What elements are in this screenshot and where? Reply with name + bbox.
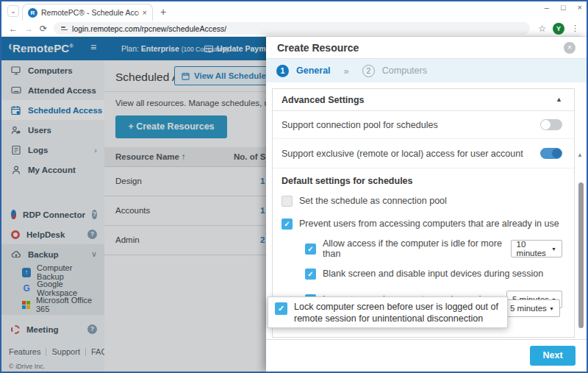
dropdown-caret-icon: ▼ [551, 246, 556, 252]
tab-title: RemotePC® - Schedule Access [41, 8, 139, 17]
checkbox-checked[interactable]: ✓ [275, 302, 287, 315]
modal-backdrop [1, 37, 266, 372]
back-icon[interactable]: ← [9, 24, 18, 34]
step-2-badge: 2 [362, 65, 375, 77]
browser-window: ⌄ R RemotePC® - Schedule Access × + – □ … [0, 0, 588, 373]
close-window-button[interactable]: × [578, 3, 582, 12]
toggle-on[interactable] [540, 148, 562, 159]
toggle-off[interactable] [540, 119, 562, 130]
tab-strip: ⌄ R RemotePC® - Schedule Access × + – □ … [1, 1, 587, 21]
tab-close-icon[interactable]: × [143, 8, 147, 17]
step-1-label[interactable]: General [296, 65, 331, 76]
panel-title: Create Resource [277, 42, 359, 54]
collapse-arrow-icon[interactable]: ▲ [556, 96, 562, 103]
advanced-settings-header[interactable]: Advanced Settings ▲ [273, 89, 574, 111]
step-separator-icon: » [344, 65, 349, 77]
cb-row-prevent-access: ✓ Prevent users from accessing computers… [282, 216, 562, 232]
new-tab-button[interactable]: + [160, 6, 166, 18]
scrollbar-thumb[interactable] [578, 182, 584, 328]
panel-footer: Next [266, 339, 587, 372]
tab-search-icon[interactable]: ⌄ [7, 5, 19, 17]
minimize-button[interactable]: – [545, 3, 549, 12]
lock-minutes-dropdown[interactable]: 5 minutes ▼ [504, 299, 560, 317]
step-indicator: 1 General » 2 Computers [266, 59, 587, 82]
browser-menu-icon[interactable]: ⋮ [571, 24, 579, 33]
cb-row-connection-pool: Set the schedule as connection pool [282, 193, 562, 209]
defaults-heading: Default settings for schedules [282, 176, 565, 186]
maximize-button[interactable]: □ [561, 3, 566, 12]
checkbox-unchecked[interactable] [282, 196, 293, 207]
cb-row-idle-access: ✓ Allow access if the computer is idle f… [305, 238, 562, 259]
cb-row-blank-screen: ✓ Blank screen and disable input devices… [305, 266, 562, 282]
address-field[interactable]: login.remotepc.com/rpcnew/scheduleAccess… [54, 22, 530, 35]
setting-connection-pool: Support connection pool for schedules [273, 111, 574, 139]
site-settings-icon[interactable] [61, 25, 68, 32]
reload-icon[interactable]: ⟳ [40, 24, 47, 34]
close-icon[interactable]: × [564, 42, 576, 54]
panel-body: Advanced Settings ▲ Support connection p… [266, 82, 587, 339]
forward-icon[interactable]: → [24, 24, 33, 34]
checkbox-checked[interactable]: ✓ [305, 269, 316, 280]
bookmark-star-icon[interactable]: ☆ [538, 24, 546, 34]
setting-exclusive-access: Support exclusive (remote or local) acce… [273, 139, 574, 168]
browser-tab[interactable]: R RemotePC® - Schedule Access × [22, 4, 153, 21]
url-bar: ← → ⟳ login.remotepc.com/rpcnew/schedule… [1, 21, 587, 37]
dropdown-caret-icon: ▼ [549, 306, 554, 311]
create-resource-panel: Create Resource × 1 General » 2 Computer… [266, 37, 587, 372]
favicon-icon: R [28, 8, 37, 18]
profile-avatar[interactable]: Y [553, 23, 564, 35]
url-text: login.remotepc.com/rpcnew/scheduleAccess… [72, 24, 226, 33]
checkbox-checked[interactable]: ✓ [305, 244, 316, 255]
lock-screen-callout: ✓ Lock computer screen before user is lo… [268, 296, 508, 328]
checkbox-checked[interactable]: ✓ [282, 219, 293, 230]
scroll-up-arrow-icon[interactable]: ▲ [577, 152, 583, 158]
step-2-label[interactable]: Computers [382, 65, 427, 76]
step-1-badge: 1 [276, 65, 289, 77]
panel-header: Create Resource × [266, 37, 587, 59]
next-button[interactable]: Next [530, 346, 576, 366]
idle-minutes-dropdown[interactable]: 10 minutes ▼ [511, 240, 562, 257]
